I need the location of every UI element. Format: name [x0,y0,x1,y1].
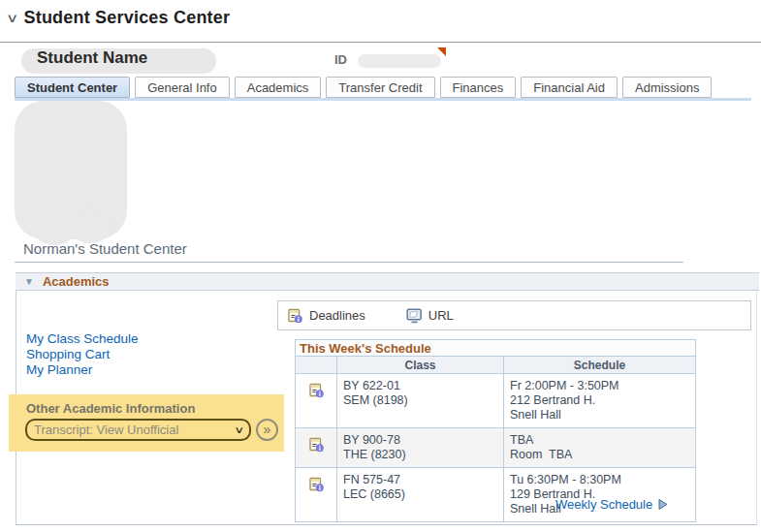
class-deadlines-icon[interactable] [296,374,336,428]
deadlines-calendar-icon [287,307,303,324]
class-cell: BY 622-01 SEM (8198) [336,374,503,428]
header-divider [0,42,761,43]
header-icon-column [296,357,336,374]
page-title: Student Services Center [24,8,231,28]
other-academic-dropdown[interactable]: Transcript: View Unofficial ∨ [25,419,251,441]
academics-section: ▼ Academics Deadlines [16,272,757,525]
table-row: BY 622-01 SEM (8198) Fr 2:00PM - 3:50PM … [295,374,696,428]
academics-section-title: Academics [43,274,110,289]
tab-financial-aid[interactable]: Financial Aid [521,77,618,98]
header-schedule-column: Schedule [503,357,695,374]
tab-underline [15,98,751,101]
student-name: Student Name [37,48,147,68]
weekly-schedule-table: This Week's Schedule Class Schedule [295,339,696,522]
url-monitor-icon [406,308,423,324]
table-row: BY 900-78 THE (8230) TBA Room TBA [295,428,696,468]
dropdown-selected-value: Transcript: View Unofficial [34,422,236,437]
student-services-center-page: ∨ Student Services Center Student Name I… [0,0,761,532]
tab-bar: Student Center General Info Academics Tr… [15,77,712,98]
go-button[interactable]: » [256,419,278,441]
schedule-table-title: This Week's Schedule [295,339,696,357]
header-class-column: Class [336,357,503,374]
tab-general-info[interactable]: General Info [135,77,230,98]
deadlines-button[interactable]: Deadlines [287,307,365,324]
deadlines-label: Deadlines [309,308,365,323]
weekly-schedule-link-label: Weekly Schedule [555,497,652,512]
chevron-down-icon: ∨ [234,424,244,435]
tab-academics[interactable]: Academics [235,77,322,98]
collapse-section-icon[interactable]: ▼ [24,277,34,287]
class-cell: FN 575-47 LEC (8665) [336,468,503,522]
tab-admissions[interactable]: Admissions [622,77,712,98]
schedule-cell: TBA Room TBA [503,428,695,468]
weekly-schedule-link[interactable]: Weekly Schedule [555,497,668,512]
tab-transfer-credit[interactable]: Transfer Credit [326,77,434,98]
tab-student-center[interactable]: Student Center [15,77,130,98]
link-my-planner[interactable]: My Planner [26,362,139,378]
table-row: FN 575-47 LEC (8665) Tu 6:30PM - 8:30PM … [295,468,696,522]
url-label: URL [428,308,454,323]
page-header: ∨ Student Services Center [8,8,230,28]
link-my-class-schedule[interactable]: My Class Schedule [26,331,139,347]
other-academic-highlight: Other Academic Information Transcript: V… [9,394,284,452]
class-deadlines-icon[interactable] [296,428,336,468]
heading-divider [15,262,683,263]
flag-corner-icon [437,47,446,56]
id-label: ID [334,52,347,67]
academics-links: My Class Schedule Shopping Cart My Plann… [26,331,139,378]
tab-finances[interactable]: Finances [440,77,517,98]
student-id-redaction [358,54,441,68]
schedule-table-header: Class Schedule [295,357,696,374]
schedule-cell: Tu 6:30PM - 8:30PM 129 Bertrand H. Snell… [503,468,695,522]
schedule-cell: Fr 2:00PM - 3:50PM 212 Bertrand H. Snell… [503,374,695,428]
student-center-heading: Norman's Student Center [23,240,187,257]
class-cell: BY 900-78 THE (8230) [336,428,503,468]
academics-toolbar: Deadlines URL [277,300,751,330]
double-arrow-icon: » [264,422,271,436]
collapse-page-icon[interactable]: ∨ [6,12,18,24]
other-academic-label: Other Academic Information [26,401,195,416]
url-button[interactable]: URL [406,308,454,324]
link-shopping-cart[interactable]: Shopping Cart [26,347,139,362]
arrow-right-icon [658,499,668,510]
academics-section-header[interactable]: ▼ Academics [16,272,759,291]
class-deadlines-icon[interactable] [296,468,336,522]
student-photo-redaction [15,101,127,239]
